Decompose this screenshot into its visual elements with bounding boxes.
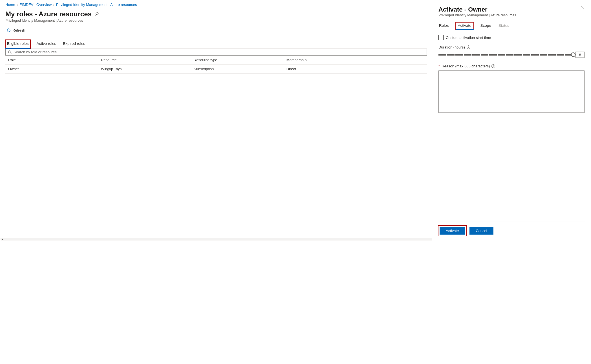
panel-tab-roles[interactable]: Roles xyxy=(438,22,449,30)
reason-textarea[interactable] xyxy=(438,70,585,113)
page-title: My roles - Azure resources xyxy=(5,10,92,18)
panel-tabs: Roles Activate Scope Status xyxy=(438,22,585,30)
refresh-button[interactable]: Refresh xyxy=(5,28,27,33)
chevron-right-icon: › xyxy=(53,3,54,6)
breadcrumb-fimdev[interactable]: FIMDEV | Overview xyxy=(19,3,52,7)
cell-role: Owner xyxy=(5,65,98,74)
svg-point-0 xyxy=(8,50,11,53)
cell-resource-type: Subscription xyxy=(191,65,284,74)
duration-label: Duration (hours) xyxy=(438,45,465,49)
refresh-icon xyxy=(6,28,11,32)
refresh-label: Refresh xyxy=(12,28,25,32)
custom-start-label: Custom activation start time xyxy=(446,36,491,40)
roles-table: Role Resource Resource type Membership O… xyxy=(5,56,427,74)
col-resource[interactable]: Resource xyxy=(98,56,191,65)
page-subtitle: Privileged Identity Management | Azure r… xyxy=(5,19,427,23)
close-icon[interactable] xyxy=(581,5,585,10)
panel-subtitle: Privileged Identity Management | Azure r… xyxy=(438,13,585,17)
duration-slider[interactable] xyxy=(438,54,573,56)
duration-value[interactable]: 8 xyxy=(575,52,585,58)
breadcrumb-home[interactable]: Home xyxy=(5,3,15,7)
tab-expired-roles[interactable]: Expired roles xyxy=(62,40,86,48)
chevron-right-icon: › xyxy=(17,3,18,6)
cancel-button[interactable]: Cancel xyxy=(469,227,493,235)
horizontal-scrollbar[interactable] xyxy=(0,238,432,241)
pin-icon[interactable] xyxy=(94,12,99,16)
search-bar[interactable] xyxy=(5,49,427,56)
info-icon[interactable]: i xyxy=(467,45,470,49)
cell-resource: Wingtip Toys xyxy=(98,65,191,74)
table-row[interactable]: Owner Wingtip Toys Subscription Direct xyxy=(5,65,427,74)
info-icon[interactable]: i xyxy=(491,64,495,68)
main-tabs: Eligible roles Active roles Expired role… xyxy=(5,40,427,49)
tab-eligible-roles[interactable]: Eligible roles xyxy=(5,40,30,48)
panel-tab-activate[interactable]: Activate xyxy=(456,22,474,30)
panel-title: Activate - Owner xyxy=(438,6,585,13)
custom-start-checkbox[interactable] xyxy=(438,35,444,40)
chevron-right-icon: › xyxy=(139,3,140,6)
breadcrumb-pim[interactable]: Privileged Identity Management | Azure r… xyxy=(56,3,137,7)
required-asterisk: * xyxy=(438,64,440,68)
slider-thumb[interactable] xyxy=(571,52,575,57)
reason-label: Reason (max 500 characters) xyxy=(442,64,490,68)
search-input[interactable] xyxy=(14,50,424,54)
tab-active-roles[interactable]: Active roles xyxy=(36,40,57,48)
col-resource-type[interactable]: Resource type xyxy=(191,56,284,65)
activate-button[interactable]: Activate xyxy=(440,227,465,235)
panel-tab-scope[interactable]: Scope xyxy=(480,22,492,30)
activate-panel: Activate - Owner Privileged Identity Man… xyxy=(432,0,591,241)
activate-button-highlight: Activate xyxy=(438,226,466,236)
breadcrumb: Home › FIMDEV | Overview › Privileged Id… xyxy=(5,3,427,7)
panel-tab-status: Status xyxy=(498,22,510,30)
table-header-row: Role Resource Resource type Membership xyxy=(5,56,427,65)
search-icon xyxy=(8,50,12,54)
cell-membership: Direct xyxy=(284,65,427,74)
col-role[interactable]: Role xyxy=(5,56,98,65)
col-membership[interactable]: Membership xyxy=(284,56,427,65)
